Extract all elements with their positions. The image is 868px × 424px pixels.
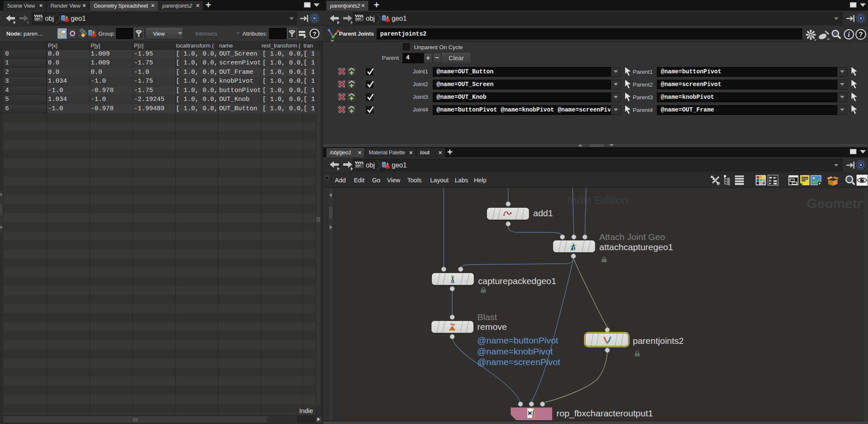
svg-text:i: i [848, 31, 850, 38]
svg-text:?: ? [859, 31, 863, 38]
svg-text:?: ? [312, 30, 316, 37]
